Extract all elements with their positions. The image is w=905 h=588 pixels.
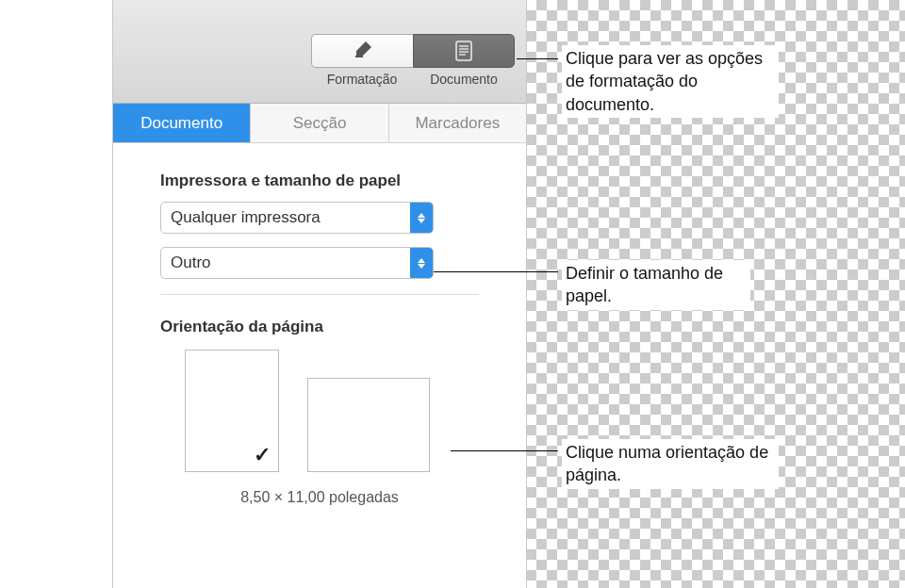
paper-size-popup[interactable]: Outro (160, 247, 434, 279)
tab-bookmarks[interactable]: Marcadores (389, 104, 526, 142)
format-button[interactable]: Formatação (311, 34, 413, 87)
page-dimensions: 8,50 × 11,00 polegadas (160, 489, 479, 506)
callout-orientation: Clique numa orientação de página. (562, 439, 779, 489)
document-button-top (413, 34, 515, 68)
orientation-landscape[interactable] (307, 378, 430, 472)
divider (160, 294, 479, 295)
tab-document[interactable]: Documento (113, 104, 251, 142)
svg-rect-1 (456, 41, 471, 60)
tab-bar: Documento Secção Marcadores (113, 104, 526, 143)
stepper-arrows-icon (410, 248, 433, 278)
document-label: Documento (413, 72, 515, 87)
orientation-portrait[interactable]: ✓ (185, 350, 279, 472)
paper-size-value: Outro (161, 253, 410, 272)
document-icon (454, 41, 473, 61)
printer-section-title: Impressora e tamanho de papel (160, 172, 479, 190)
callout-line (451, 450, 558, 451)
orientation-row: ✓ (185, 350, 479, 472)
svg-rect-0 (355, 56, 363, 57)
printer-popup[interactable]: Qualquer impressora (160, 202, 434, 234)
checkmark-icon: ✓ (254, 443, 271, 467)
callout-line (434, 271, 558, 272)
tab-section[interactable]: Secção (251, 104, 388, 142)
content-area: Impressora e tamanho de papel Qualquer i… (113, 143, 526, 506)
format-button-top (311, 34, 413, 68)
brush-icon (353, 40, 373, 63)
orientation-section-title: Orientação da página (160, 318, 479, 336)
format-label: Formatação (311, 72, 413, 87)
inspector-panel: Formatação Documento Documento Secção Ma… (112, 0, 527, 588)
stepper-arrows-icon (410, 203, 433, 233)
callout-line (517, 58, 558, 59)
document-button[interactable]: Documento (413, 34, 515, 87)
callout-paper-size: Definir o tamanho de papel. (562, 260, 750, 310)
printer-popup-value: Qualquer impressora (161, 208, 410, 227)
callout-doc-button: Clique para ver as opções de formatação … (562, 45, 779, 118)
segmented-control: Formatação Documento (311, 34, 515, 87)
toolbar: Formatação Documento (113, 0, 526, 104)
